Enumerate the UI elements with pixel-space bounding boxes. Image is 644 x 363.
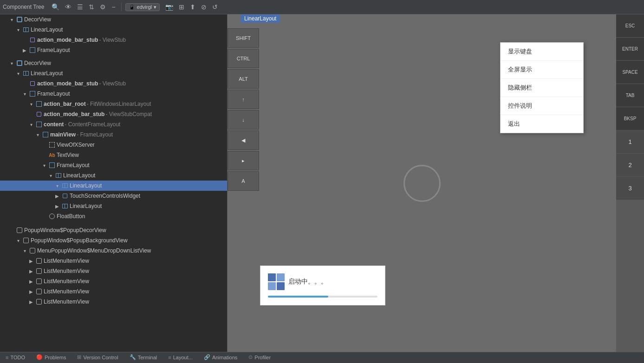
- tree-item[interactable]: ▾ LinearLayout: [0, 68, 227, 78]
- expand-icon[interactable]: ▾: [15, 70, 21, 77]
- tree-item[interactable]: ▾ PopupWindow$PopupDecorView: [0, 225, 227, 235]
- tree-item[interactable]: ▶ ListMenuItemView: [0, 276, 227, 286]
- tree-label: TextView: [57, 152, 79, 158]
- disabled-icon[interactable]: ⊘: [199, 2, 208, 12]
- tree-item[interactable]: ▶ ListMenuItemView: [0, 256, 227, 266]
- tree-item[interactable]: ▾ DecorView: [0, 14, 227, 25]
- tab-problems[interactable]: 🔴 Problems: [34, 352, 68, 363]
- expand-icon[interactable]: ▶: [54, 203, 60, 209]
- tab-todo[interactable]: ≡ TODO: [4, 352, 27, 363]
- expand-icon[interactable]: ▶: [28, 258, 34, 264]
- expand-icon[interactable]: ▾: [54, 182, 60, 189]
- tree-item[interactable]: ▶ ListMenuItemView: [0, 266, 227, 276]
- context-menu-item-keyboard[interactable]: 显示键盘: [501, 43, 583, 61]
- hierarchy-icon[interactable]: ☰: [75, 2, 85, 12]
- tab-animations[interactable]: 🔗 Animations: [202, 352, 239, 363]
- expand-icon[interactable]: ▾: [15, 237, 21, 244]
- key-1[interactable]: 1: [616, 130, 644, 154]
- expand-icon[interactable]: ▾: [47, 172, 54, 179]
- tab-layout[interactable]: ≡ Layout...: [166, 352, 195, 363]
- expand-icon[interactable]: ▾: [15, 26, 21, 33]
- right-key[interactable]: ▸: [228, 151, 259, 170]
- down-key[interactable]: ↓: [228, 110, 259, 130]
- expand-icon[interactable]: ▾: [28, 101, 34, 107]
- expand-icon[interactable]: ▾: [8, 60, 15, 66]
- tree-item[interactable]: ▾ DecorView: [0, 58, 227, 68]
- startup-logo: 启动中。。。: [268, 273, 377, 290]
- tree-item[interactable]: ▾ LinearLayout: [0, 170, 227, 181]
- tree-label: ListMenuItemView: [44, 258, 89, 264]
- tab-profiler[interactable]: ⊙ Profiler: [247, 352, 273, 363]
- tree-item[interactable]: ▾ action_mode_bar_stub - ViewStubCompat: [0, 109, 227, 119]
- expand-icon[interactable]: ▶: [21, 47, 28, 53]
- tree-item-selected[interactable]: ▾ LinearLayout: [0, 181, 227, 191]
- tree-label: ViewOfXServer: [57, 142, 95, 148]
- eye-icon[interactable]: 👁: [63, 2, 73, 12]
- main-content: ▾ DecorView ▾ LinearLayout ▾ action_mode…: [0, 14, 644, 352]
- tree-item[interactable]: ▾ action_mode_bar_stub - ViewStub: [0, 35, 227, 45]
- context-menu-item-fullscreen[interactable]: 全屏显示: [501, 61, 583, 79]
- tree-item[interactable]: ▾ ViewOfXServer: [0, 140, 227, 150]
- search-icon[interactable]: 🔍: [50, 2, 61, 12]
- expand-icon[interactable]: ▶: [28, 268, 34, 274]
- expand-icon[interactable]: ▶: [28, 278, 34, 285]
- expand-icon[interactable]: ▾: [21, 247, 28, 254]
- tree-item[interactable]: ▶ ListMenuItemView: [0, 297, 227, 307]
- tree-item[interactable]: ▾ content - ContentFrameLayout: [0, 119, 227, 130]
- refresh-icon[interactable]: ↺: [210, 2, 220, 12]
- up-key[interactable]: ↑: [228, 90, 259, 109]
- logo-cell: [268, 273, 276, 281]
- context-menu: 显示键盘 全屏显示 隐藏侧栏 控件说明 返出: [500, 42, 584, 133]
- tree-item[interactable]: ▶ ListMenuItemView: [0, 286, 227, 297]
- enter-key[interactable]: ENTER: [616, 38, 644, 61]
- expand-icon[interactable]: ▶: [54, 193, 60, 199]
- tree-label: ListMenuItemView: [44, 268, 89, 274]
- key-3[interactable]: 3: [616, 177, 644, 200]
- context-menu-item-widgetdesc[interactable]: 控件说明: [501, 97, 583, 115]
- rotate-icon[interactable]: ⊞: [177, 2, 186, 12]
- tree-item[interactable]: ▾ FrameLayout: [0, 160, 227, 170]
- tree-item[interactable]: ▾ action_bar_root - FitWindowsLinearLayo…: [0, 99, 227, 109]
- context-menu-item-hidesidebar[interactable]: 隐藏侧栏: [501, 79, 583, 97]
- tree-item[interactable]: ▾ PopupWindow$PopupBackgroundView: [0, 235, 227, 246]
- expand-icon[interactable]: ▾: [34, 131, 41, 138]
- device-selector[interactable]: 📱 edvirgl ▾: [125, 3, 160, 11]
- tree-item[interactable]: ▾ action_mode_bar_stub - ViewStub: [0, 78, 227, 89]
- expand-icon[interactable]: ▾: [41, 162, 47, 169]
- expand-icon[interactable]: ▾: [28, 121, 34, 128]
- esc-key[interactable]: ESC: [616, 14, 644, 38]
- tree-item[interactable]: ▾ MenuPopupWindow$MenuDropDownListView: [0, 246, 227, 256]
- tree-item[interactable]: ▶ TouchScreenControlsWidget: [0, 191, 227, 201]
- tab-version-control[interactable]: ⊞ Version Control: [75, 352, 120, 363]
- key-2[interactable]: 2: [616, 154, 644, 177]
- alt-key[interactable]: ALT: [228, 69, 259, 89]
- tree-item[interactable]: ▾ Ab TextView: [0, 150, 227, 160]
- expand-icon[interactable]: ▾: [8, 16, 15, 23]
- listmenu-icon: [35, 257, 43, 265]
- tree-item[interactable]: ▾ FrameLayout: [0, 89, 227, 99]
- decorview-icon: [16, 16, 23, 23]
- screenshot-icon[interactable]: 📷: [163, 2, 175, 12]
- expand-icon[interactable]: ▶: [28, 298, 34, 305]
- tab-key[interactable]: TAB: [616, 84, 644, 107]
- context-menu-item-exit[interactable]: 返出: [501, 115, 583, 133]
- expand-icon[interactable]: ▶: [28, 288, 34, 295]
- ctrl-key[interactable]: CTRL: [228, 49, 259, 68]
- a-key[interactable]: A: [228, 171, 259, 191]
- export-icon[interactable]: ⬆: [188, 2, 197, 12]
- tree-item[interactable]: ▶ LinearLayout: [0, 201, 227, 211]
- minus-icon[interactable]: −: [110, 2, 117, 12]
- tab-terminal[interactable]: 🔧 Terminal: [128, 352, 159, 363]
- backspace-key[interactable]: BKSP: [616, 107, 644, 130]
- tree-item[interactable]: ▶ FrameLayout: [0, 45, 227, 55]
- shift-key[interactable]: SHIFT: [228, 28, 259, 48]
- tree-item[interactable]: ▾ FloatButton: [0, 211, 227, 221]
- tree-item[interactable]: ▾ LinearLayout: [0, 25, 227, 35]
- profiler-icon: ⊙: [248, 354, 253, 360]
- space-key[interactable]: SPACE: [616, 61, 644, 84]
- gear-icon[interactable]: ⚙: [98, 2, 108, 12]
- left-key[interactable]: ◀: [228, 130, 259, 150]
- tree-item[interactable]: ▾ mainView - FrameLayout: [0, 130, 227, 140]
- filter-icon[interactable]: ⇅: [87, 2, 96, 12]
- expand-icon[interactable]: ▾: [21, 91, 28, 97]
